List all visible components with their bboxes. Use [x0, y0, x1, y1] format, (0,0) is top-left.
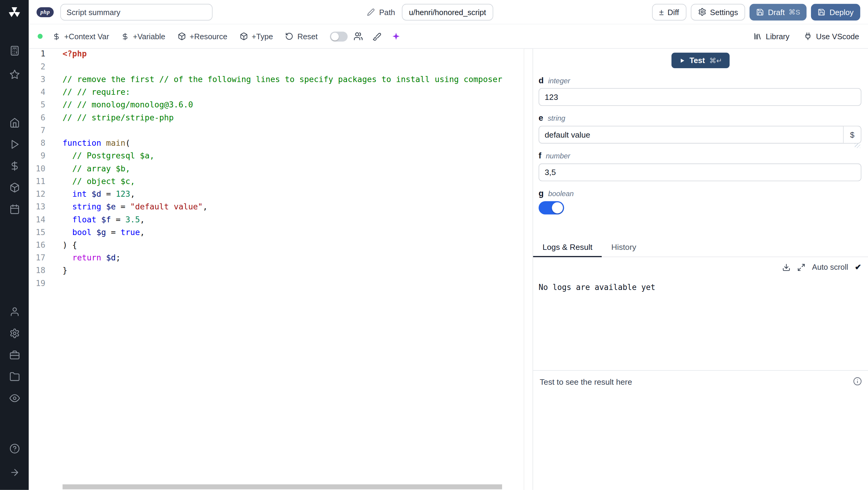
code-line[interactable]: return $d;: [63, 253, 524, 266]
logs-empty-message: No logs are available yet: [538, 283, 868, 291]
field-f-label-row: f number: [538, 151, 861, 160]
auto-scroll-label[interactable]: Auto scroll: [812, 263, 848, 271]
line-number: 16: [29, 240, 51, 253]
code-line[interactable]: ) {: [63, 240, 524, 253]
multiplayer-button[interactable]: [353, 32, 362, 41]
add-type-button[interactable]: +Type: [240, 32, 273, 41]
line-number: 5: [29, 100, 51, 113]
line-number: 9: [29, 151, 51, 164]
sidebar-item-workers[interactable]: [4, 346, 24, 363]
code-lines[interactable]: <?php​// remove the first // of the foll…: [51, 49, 524, 490]
code-line[interactable]: }: [63, 266, 524, 279]
sidebar-item-favorites[interactable]: [4, 66, 24, 83]
folder-icon: [9, 371, 20, 382]
settings-button[interactable]: Settings: [691, 4, 745, 20]
field-d-input[interactable]: [538, 88, 861, 106]
code-line[interactable]: function main(: [63, 139, 524, 151]
code-line[interactable]: // remove the first // of the following …: [63, 75, 524, 87]
stage: php Path u/henri/honored_script ± Diff S…: [0, 0, 868, 490]
line-number: 4: [29, 87, 51, 100]
content-column: php Path u/henri/honored_script ± Diff S…: [29, 0, 868, 490]
sidebar-main-nav: [4, 114, 24, 222]
sidebar-item-apps[interactable]: [4, 42, 24, 59]
code-line[interactable]: // Postgresql $a,: [63, 151, 524, 164]
save-icon: [818, 8, 826, 16]
field-g-toggle[interactable]: [538, 201, 564, 214]
sidebar-item-audit-logs[interactable]: [4, 390, 24, 406]
code-line[interactable]: float $f = 3.5,: [63, 215, 524, 228]
expand-icon[interactable]: [797, 263, 806, 271]
sidebar-item-resources[interactable]: [4, 179, 24, 196]
library-icon: [753, 32, 762, 41]
arguments-form: d integer e string $ f: [533, 68, 868, 214]
field-e-wrap: $: [538, 126, 861, 144]
code-line[interactable]: // // stripe/stripe-php: [63, 113, 524, 126]
sidebar-item-help[interactable]: [4, 440, 24, 457]
code-line[interactable]: bool $g = true,: [63, 228, 524, 240]
sidebar-expand-button[interactable]: [4, 464, 24, 480]
format-code-button[interactable]: [373, 32, 381, 41]
gutter: 12345678910111213141516171819: [29, 49, 51, 490]
sidebar-item-settings[interactable]: [4, 325, 24, 341]
brush-icon: [373, 32, 381, 41]
add-resource-button[interactable]: +Resource: [178, 32, 227, 41]
field-d-label-row: d integer: [538, 76, 861, 85]
use-vscode-button[interactable]: Use VScode: [804, 32, 859, 41]
line-number: 19: [29, 279, 51, 291]
field-e-label-row: e string: [538, 113, 861, 122]
sidebar-help-group: [4, 440, 24, 462]
field-e-input[interactable]: [538, 126, 861, 144]
code-line[interactable]: ​: [63, 62, 524, 75]
sidebar-item-home[interactable]: [4, 114, 24, 131]
line-number: 13: [29, 202, 51, 215]
sidebar-item-variables[interactable]: [4, 157, 24, 174]
field-e-type: string: [548, 114, 565, 122]
script-summary-input[interactable]: [61, 4, 213, 20]
code-line[interactable]: // // require:: [63, 87, 524, 100]
tab-history[interactable]: History: [602, 241, 646, 257]
diff-icon: ±: [659, 8, 664, 16]
test-row: Test ⌘↵: [533, 53, 868, 68]
code-line[interactable]: // // monolog/monolog@3.6.0: [63, 100, 524, 113]
add-variable-button[interactable]: +Variable: [121, 32, 165, 41]
info-button[interactable]: [853, 377, 862, 385]
resize-grip[interactable]: [855, 144, 860, 148]
sidebar-item-users[interactable]: [4, 303, 24, 320]
code-line[interactable]: int $d = 123,: [63, 190, 524, 202]
check-icon[interactable]: ✔: [855, 263, 861, 271]
code-line[interactable]: ​: [63, 279, 524, 291]
tab-logs-result[interactable]: Logs & Result: [533, 241, 602, 257]
deploy-button-label: Deploy: [830, 7, 854, 16]
sidebar-expand-group: [4, 464, 24, 486]
horizontal-scrollbar[interactable]: [63, 484, 502, 489]
sidebar-item-folders[interactable]: [4, 368, 24, 385]
download-icon[interactable]: [782, 263, 790, 271]
path-group: Path u/henri/honored_script: [367, 4, 493, 20]
calculator-icon: [9, 45, 20, 56]
line-number: 10: [29, 164, 51, 177]
sidebar-item-runs[interactable]: [4, 136, 24, 152]
field-e-variable-picker-button[interactable]: $: [843, 126, 861, 143]
add-context-var-button[interactable]: +Context Var: [53, 32, 109, 41]
code-line[interactable]: string $e = "default value",: [63, 202, 524, 215]
line-number: 7: [29, 126, 51, 139]
code-line[interactable]: // array $b,: [63, 164, 524, 177]
ai-assistant-button[interactable]: [391, 32, 401, 41]
sidebar-item-schedules[interactable]: [4, 201, 24, 217]
test-button[interactable]: Test ⌘↵: [671, 53, 730, 68]
diff-button[interactable]: ± Diff: [652, 4, 686, 20]
script-path-box[interactable]: u/henri/honored_script: [402, 4, 493, 20]
diff-preview-toggle[interactable]: [330, 31, 347, 41]
dollar-icon: [53, 32, 60, 40]
code-editor[interactable]: 12345678910111213141516171819 <?php​// r…: [29, 49, 524, 490]
code-line[interactable]: ​: [63, 126, 524, 139]
code-line[interactable]: <?php: [63, 49, 524, 62]
draft-button[interactable]: Draft ⌘S: [749, 4, 807, 20]
reset-button[interactable]: Reset: [285, 32, 318, 41]
library-button[interactable]: Library: [753, 32, 789, 41]
field-f-input[interactable]: [538, 164, 861, 181]
code-line[interactable]: // object $c,: [63, 177, 524, 190]
deploy-button[interactable]: Deploy: [811, 4, 861, 20]
windmill-logo[interactable]: [7, 4, 22, 20]
home-icon: [9, 117, 20, 127]
